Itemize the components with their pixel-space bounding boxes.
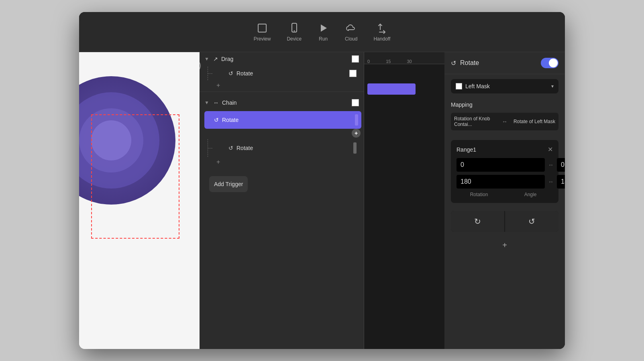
chain-rotate-2-track [353,142,357,154]
timeline-block-rotate[interactable] [367,83,416,95]
chain-color-swatch[interactable] [352,99,359,106]
chain-rotate-2-icon: ↺ [228,145,233,151]
range-from-start-input[interactable] [457,158,545,172]
range-to-end-input[interactable] [557,175,565,189]
chain-rotate-1-name: Rotate [222,117,352,123]
mapping-section: Mapping Rotation of Knob Contai... ↔ Rot… [444,98,565,137]
tick-30: 30 [407,59,412,64]
chain-rotate-1-add-button[interactable]: + [352,129,361,138]
drag-trigger-row[interactable]: ▼ ↗ Drag [200,52,364,66]
drag-rotate-name: Rotate [236,70,346,77]
mask-dropdown[interactable]: Left Mask ▾ [451,79,558,93]
drag-section: ▼ ↗ Drag ↺ Rotate + [200,52,364,90]
drag-color-swatch[interactable] [352,55,359,63]
chain-rotate-1-row[interactable]: ↺ Rotate [204,111,361,129]
chain-collapse-arrow[interactable]: ▼ [204,100,210,105]
drag-rotate-icon: ↺ [228,70,233,77]
cloud-button[interactable]: Cloud [345,22,357,42]
range-close-button[interactable]: ✕ [548,146,553,153]
mapping-row: Rotation of Knob Contai... ↔ Rotate of L… [451,113,558,130]
chain-rotate-1-icon: ↺ [214,117,219,123]
chain-icon: ↔ [213,99,219,106]
chain-rotate-2-name: Rotate [236,145,350,151]
svg-point-2 [293,30,295,31]
drag-icon: ↗ [213,56,218,62]
range-arrows-icon-1: ↔ [548,162,554,168]
chain-trigger-name: Chain [222,99,348,106]
toolbar-icons: Preview Device Run [254,22,391,42]
preview-button[interactable]: Preview [254,22,271,42]
preview-label: Preview [254,36,271,42]
mask-name: Left Mask [465,83,548,89]
drag-rotate-swatch[interactable] [349,70,357,77]
cloud-label: Cloud [345,36,357,42]
handoff-button[interactable]: Handoff [373,22,390,42]
rotate-ccw-button[interactable]: ↺ [505,211,558,232]
timeline-ruler: 0 15 30 [364,52,444,64]
svg-marker-3 [321,24,327,32]
range-from-label: Rotation [457,192,501,197]
chain-section: ▼ ↔ Chain ↺ Rotate + [200,95,364,166]
rotation-buttons: ↻ ↺ [451,211,558,232]
mapping-to-label: Rotate of Left Mask [511,119,555,124]
range-row-end: ↔ [457,175,553,189]
chain-rotate-2-row[interactable]: ↺ Rotate [204,139,361,157]
canvas-area [79,52,200,349]
range-from-end-input[interactable] [457,175,545,189]
device-button[interactable]: Device [287,22,302,42]
tick-0: 0 [367,59,370,64]
drag-collapse-arrow[interactable]: ▼ [204,56,210,62]
mapping-title: Mapping [451,101,558,108]
main-content: ▼ ↗ Drag ↺ Rotate + [79,52,565,349]
range-to-start-input[interactable] [557,158,565,172]
run-icon [318,22,329,34]
mapping-arrows-icon: ↔ [502,118,507,125]
drag-rotate-row[interactable]: ↺ Rotate [204,67,361,80]
canvas-background [79,52,200,349]
device-icon [289,22,300,34]
range-to-label: Angle [508,192,553,197]
rotate-header: ↺ Rotate [444,52,565,74]
device-label-text: Device [287,36,302,42]
handoff-icon [376,22,387,34]
timeline-tracks [364,64,444,349]
timeline-area: 0 15 30 [364,52,444,349]
rotate-toggle[interactable] [541,58,558,68]
selection-box [91,114,179,239]
section-divider-1 [200,91,364,92]
chain-rotate-1-track [355,114,358,126]
chain-add-action-button[interactable]: + [202,158,364,166]
rotate-cw-button[interactable]: ↻ [451,211,504,232]
mask-color-swatch [456,83,462,89]
top-bar: Custom 430 × 932 Preview Device [79,12,565,52]
add-trigger-button[interactable]: Add Trigger [209,176,248,192]
preview-icon [257,22,268,34]
handoff-label: Handoff [373,36,390,42]
range-section: Range1 ✕ ↔ ↔ Rotation [451,140,558,203]
svg-rect-0 [258,24,266,32]
range-header: Range1 ✕ [457,146,553,153]
middle-panel: ▼ ↗ Drag ↺ Rotate + [200,52,364,349]
mapping-from-label: Rotation of Knob Contai... [454,116,499,127]
run-label: Run [319,36,328,42]
rotate-panel-icon: ↺ [451,59,456,67]
range-title: Range1 [457,146,548,153]
range-row-start: ↔ [457,158,553,172]
chevron-down-icon: ▾ [551,83,554,89]
run-button[interactable]: Run [318,22,329,42]
range-arrows-icon-2: ↔ [548,178,554,185]
cloud-icon [346,22,357,34]
right-panel: ↺ Rotate Left Mask ▾ Mapping Rotation of… [444,52,565,349]
rotate-panel-title: Rotate [460,59,537,67]
drag-add-action-button[interactable]: + [202,81,364,90]
range-labels: Rotation Angle [457,192,553,197]
chain-trigger-row[interactable]: ▼ ↔ Chain [200,95,364,110]
drag-trigger-name: Drag [221,56,348,62]
add-range-button[interactable]: + [444,237,565,254]
tick-15: 15 [386,59,391,64]
